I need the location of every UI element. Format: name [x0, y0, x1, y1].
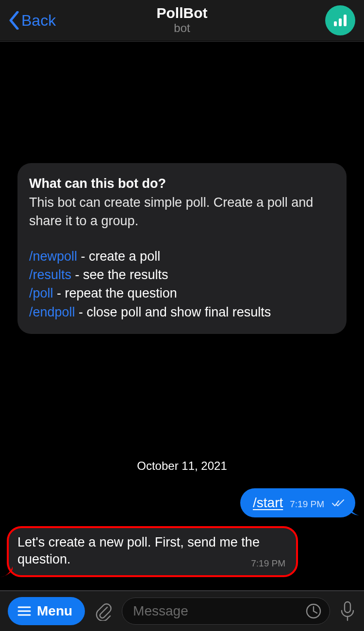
message-time: 7:19 PM	[251, 557, 285, 569]
svg-rect-1	[339, 18, 342, 26]
input-bar: Menu Message	[0, 590, 364, 631]
message-row-incoming: Let's create a new poll. First, send me …	[7, 526, 357, 577]
command-text: - repeat the question	[53, 286, 177, 300]
svg-rect-7	[345, 602, 350, 613]
microphone-icon	[339, 601, 356, 621]
bar-chart-icon	[332, 13, 348, 28]
timer-icon	[305, 603, 322, 619]
chevron-left-icon	[9, 11, 19, 30]
voice-message-button[interactable]	[339, 601, 356, 621]
bubble-tail	[348, 505, 359, 515]
input-placeholder: Message	[133, 603, 188, 619]
intro-heading: What can this bot do?	[29, 175, 335, 193]
chat-body[interactable]: What can this bot do? This bot can creat…	[0, 42, 364, 587]
command-link[interactable]: /newpoll	[29, 249, 77, 264]
outgoing-bubble[interactable]: /start 7:19 PM	[240, 488, 355, 517]
hamburger-icon	[17, 606, 31, 616]
svg-rect-2	[344, 15, 347, 26]
read-ticks-icon	[332, 499, 345, 507]
menu-button[interactable]: Menu	[8, 597, 85, 625]
attach-button[interactable]	[94, 601, 113, 621]
message-time: 7:19 PM	[290, 499, 324, 510]
message-input[interactable]: Message	[122, 598, 330, 625]
command-text: - close poll and show final results	[75, 305, 271, 319]
menu-label: Menu	[37, 603, 72, 619]
message-row-outgoing: /start 7:19 PM	[7, 488, 357, 517]
command-row: /newpoll - create a poll	[29, 248, 335, 266]
back-button[interactable]: Back	[9, 11, 56, 30]
paperclip-icon	[94, 601, 113, 621]
command-row: /endpoll - close poll and show final res…	[29, 303, 335, 321]
bot-intro-card: What can this bot do? This bot can creat…	[17, 163, 347, 334]
spacer	[7, 42, 357, 163]
back-label: Back	[21, 12, 56, 30]
svg-rect-0	[334, 21, 337, 26]
message-text: Let's create a new poll. First, send me …	[17, 535, 260, 567]
command-row: /results - see the results	[29, 266, 335, 284]
command-link[interactable]: /poll	[29, 286, 53, 300]
chat-avatar[interactable]	[325, 5, 355, 35]
intro-description: This bot can create simple poll. Create …	[29, 194, 335, 230]
incoming-bubble-wrap: Let's create a new poll. First, send me …	[7, 526, 298, 577]
command-message-text: /start	[253, 495, 283, 511]
command-text: - see the results	[71, 267, 168, 282]
command-link[interactable]: /endpoll	[29, 305, 75, 319]
date-separator: October 11, 2021	[7, 459, 357, 473]
command-text: - create a poll	[77, 249, 160, 264]
app-root: Back PollBot bot What can this bot do? T…	[0, 0, 364, 631]
command-link[interactable]: /results	[29, 267, 71, 282]
chat-header: Back PollBot bot	[0, 0, 364, 41]
command-row: /poll - repeat the question	[29, 284, 335, 302]
incoming-bubble[interactable]: Let's create a new poll. First, send me …	[7, 526, 298, 577]
self-destruct-timer-button[interactable]	[305, 603, 322, 619]
bubble-tail-highlight	[0, 565, 13, 577]
spacer	[7, 334, 357, 459]
